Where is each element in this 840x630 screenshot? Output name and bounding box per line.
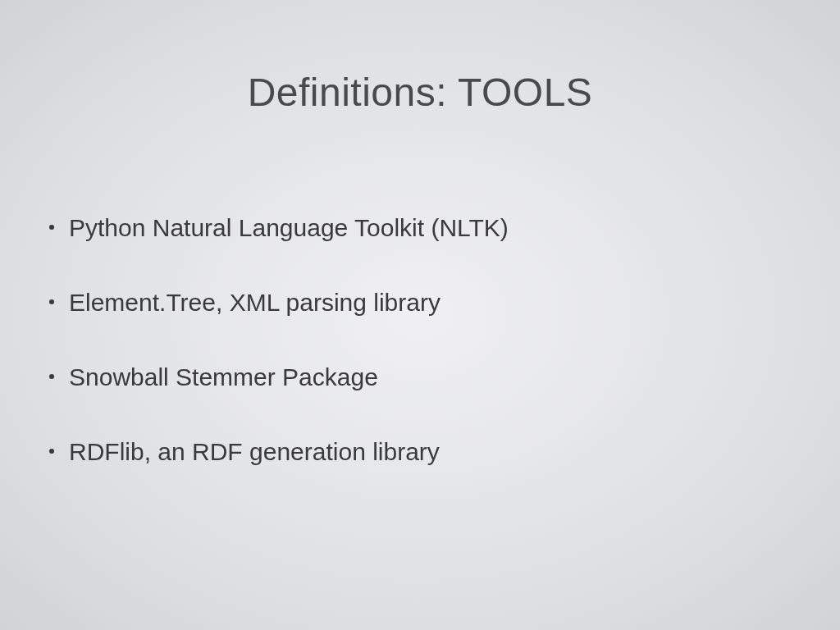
- list-item: RDFlib, an RDF generation library: [49, 436, 791, 468]
- slide-title: Definitions: TOOLS: [0, 70, 840, 115]
- bullet-text: RDFlib, an RDF generation library: [69, 436, 440, 468]
- bullet-text: Element.Tree, XML parsing library: [69, 286, 441, 318]
- list-item: Snowball Stemmer Package: [49, 361, 791, 393]
- slide: Definitions: TOOLS Python Natural Langua…: [0, 0, 840, 630]
- bullet-list: Python Natural Language Toolkit (NLTK) E…: [49, 212, 791, 510]
- list-item: Python Natural Language Toolkit (NLTK): [49, 212, 791, 244]
- list-item: Element.Tree, XML parsing library: [49, 286, 791, 318]
- bullet-icon: [49, 225, 54, 230]
- bullet-icon: [49, 299, 54, 304]
- bullet-icon: [49, 374, 54, 379]
- bullet-text: Python Natural Language Toolkit (NLTK): [69, 212, 509, 244]
- bullet-icon: [49, 449, 54, 454]
- bullet-text: Snowball Stemmer Package: [69, 361, 378, 393]
